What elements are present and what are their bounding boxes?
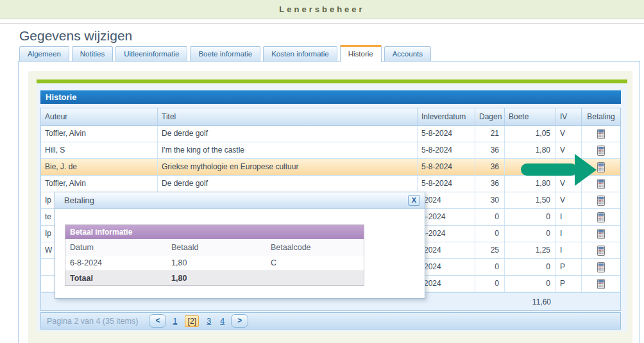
cell-boete: 1,05	[505, 126, 556, 142]
cell-titel: De derde golf	[158, 176, 418, 192]
cell-auteur: Bie, J. de	[41, 159, 158, 175]
cell-dagen: 36	[475, 176, 505, 192]
cell-betaling	[582, 209, 620, 225]
table-header-row: AuteurTitelInleverdatumDagenBoeteIVBetal…	[41, 108, 620, 126]
column-header-betaling[interactable]: Betaling	[582, 108, 620, 125]
column-header-iv[interactable]: IV	[556, 108, 582, 125]
payment-betaald: 1,80	[167, 256, 266, 271]
table-row[interactable]: Toffler, AlvinDe derde golf5-8-2024211,0…	[41, 126, 620, 142]
calculator-icon[interactable]	[596, 279, 606, 289]
page-links: 1[2]34	[168, 315, 229, 327]
header-divider	[0, 23, 644, 24]
cell-iv: P	[556, 259, 582, 275]
cell-iv: I	[556, 209, 582, 225]
cell-inleverdatum: -2024	[418, 242, 475, 258]
betaling-dialog: Betaling X Betaal informatie DatumBetaal…	[55, 192, 425, 299]
page-current[interactable]: [2]	[185, 315, 199, 327]
page-link-1[interactable]: 1	[173, 317, 177, 326]
total-boete-value: 11,60	[505, 297, 556, 306]
cell-auteur: Toffler, Alvin	[41, 176, 158, 192]
tab-notities[interactable]: Notities	[72, 46, 113, 62]
calculator-icon[interactable]	[596, 262, 606, 272]
cell-boete: 0	[505, 226, 556, 242]
payment-betaalcode: C	[266, 256, 360, 271]
cell-dagen: 36	[475, 159, 505, 175]
cell-iv: V	[556, 192, 582, 208]
tab-uitleeninformatie[interactable]: Uitleeninformatie	[115, 46, 187, 62]
tab-strip: AlgemeenNotitiesUitleeninformatieBoete i…	[19, 45, 431, 62]
payment-total-row: Totaal 1,80	[65, 271, 364, 285]
payment-total-value: 1,80	[167, 271, 266, 285]
column-header-titel[interactable]: Titel	[158, 108, 418, 125]
calculator-icon[interactable]	[596, 229, 606, 239]
cell-titel: I'm the king of the castle	[158, 142, 418, 158]
tab-kosten-informatie[interactable]: Kosten informatie	[263, 46, 337, 62]
tab-accounts[interactable]: Accounts	[384, 46, 431, 62]
cell-dagen: 0	[475, 209, 505, 225]
payment-column-betaald: Betaald	[167, 239, 266, 256]
app-header-bar: Lenersbeheer	[0, 0, 644, 19]
pointer-arrow-icon	[520, 151, 598, 188]
cell-dagen: 25	[475, 242, 505, 258]
historie-panel-title: Historie	[40, 90, 621, 104]
app-title: Lenersbeheer	[279, 4, 364, 14]
payment-columns-row: DatumBetaaldBetaalcode	[65, 239, 364, 256]
cell-iv: I	[556, 226, 582, 242]
cell-iv: V	[556, 126, 582, 142]
cell-betaling	[582, 276, 620, 292]
cell-titel: Griekse mythologie en Europese cultuur	[158, 159, 418, 175]
page-title: Gegevens wijzigen	[19, 28, 132, 44]
tab-historie[interactable]: Historie	[340, 45, 382, 62]
cell-inleverdatum: 6-2024	[418, 226, 475, 242]
cell-iv: I	[556, 242, 582, 258]
cell-betaling	[582, 242, 620, 258]
payment-data-row: 6-8-2024 1,80 C	[65, 256, 364, 271]
cell-boete: 0	[505, 276, 556, 292]
dialog-title: Betaling	[55, 192, 425, 208]
calculator-icon[interactable]	[596, 246, 606, 256]
cell-dagen: 36	[475, 142, 505, 158]
prev-page-button[interactable]: <	[149, 314, 166, 328]
dialog-titlebar[interactable]: Betaling X	[55, 192, 425, 209]
cell-titel: De derde golf	[158, 126, 418, 142]
page-link-4[interactable]: 4	[220, 317, 225, 326]
next-page-button[interactable]: >	[231, 314, 248, 328]
cell-dagen: 21	[475, 126, 505, 142]
cell-inleverdatum: -2024	[418, 276, 475, 292]
tab-algemeen[interactable]: Algemeen	[19, 46, 69, 62]
payment-column-datum: Datum	[65, 239, 167, 256]
cell-dagen: 0	[475, 276, 505, 292]
chevron-left-icon: <	[155, 316, 160, 325]
page-link-3[interactable]: 3	[207, 317, 211, 326]
cell-inleverdatum: 5-8-2024	[418, 142, 475, 158]
column-header-auteur[interactable]: Auteur	[41, 108, 158, 125]
pagination-summary: Pagina 2 van 4 (35 items)	[47, 317, 138, 326]
cell-boete: 0	[505, 209, 556, 225]
application-window: Lenersbeheer Gegevens wijzigen AlgemeenN…	[0, 0, 644, 343]
column-header-inleverdatum[interactable]: Inleverdatum	[418, 108, 475, 125]
calculator-icon[interactable]	[596, 196, 606, 206]
calculator-icon[interactable]	[596, 212, 606, 222]
column-header-dagen[interactable]: Dagen	[475, 108, 505, 125]
payment-column-betaalcode: Betaalcode	[266, 239, 360, 256]
cell-boete: 0	[505, 259, 556, 275]
cell-auteur: Hill, S	[41, 142, 158, 158]
cell-dagen: 0	[475, 259, 505, 275]
pagination-bar: Pagina 2 van 4 (35 items) < 1[2]34 >	[40, 312, 621, 330]
close-icon[interactable]: X	[408, 195, 420, 206]
cell-auteur: Toffler, Alvin	[41, 126, 158, 142]
cell-inleverdatum: -2024	[418, 192, 475, 208]
payment-info-table: Betaal informatie DatumBetaaldBetaalcode…	[65, 224, 364, 286]
payment-datum: 6-8-2024	[65, 256, 167, 271]
cell-dagen: 0	[475, 226, 505, 242]
cell-inleverdatum: 5-8-2024	[418, 176, 475, 192]
cell-boete: 1,50	[505, 192, 556, 208]
calculator-icon[interactable]	[596, 129, 606, 139]
payment-total-label: Totaal	[65, 271, 167, 285]
cell-inleverdatum: -2024	[418, 259, 475, 275]
tab-boete-informatie[interactable]: Boete informatie	[190, 46, 260, 62]
payment-section-title: Betaal informatie	[65, 225, 364, 239]
cell-betaling	[582, 192, 620, 208]
chevron-right-icon: >	[237, 316, 242, 325]
column-header-boete[interactable]: Boete	[505, 108, 556, 125]
